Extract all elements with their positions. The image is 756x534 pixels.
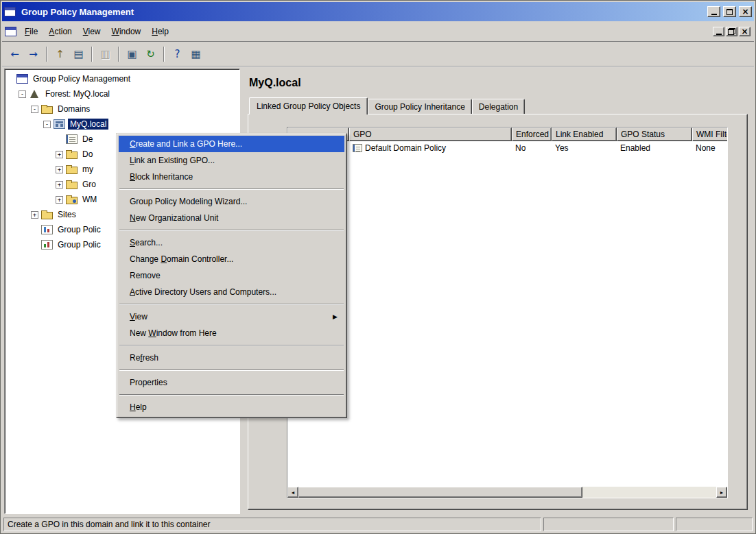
refresh-icon[interactable]: ↻ — [142, 45, 159, 62]
column-header-link-enabled[interactable]: Link Enabled — [552, 128, 617, 141]
domain-icon — [54, 119, 65, 129]
context-menu-item-new-window-from-here[interactable]: New Window from Here — [119, 325, 344, 341]
context-menu-item-search[interactable]: Search... — [119, 234, 344, 251]
cell-gpo-status: Enabled — [617, 143, 692, 153]
details-pane-icon[interactable]: ▦ — [187, 45, 204, 62]
expand-icon[interactable]: + — [56, 151, 63, 158]
tree-node-label: Group Polic — [56, 224, 103, 235]
column-header-enforced[interactable]: Enforced — [512, 128, 552, 141]
tree-node-domains[interactable]: -Domains — [5, 101, 239, 117]
maximize-button[interactable] — [723, 6, 736, 17]
export-list-icon[interactable]: ▥ — [97, 45, 114, 62]
properties-icon[interactable]: ▣ — [123, 45, 141, 62]
cell-link-enabled: Yes — [552, 143, 617, 153]
context-menu-item-properties[interactable]: Properties — [119, 374, 344, 391]
expand-icon[interactable]: + — [56, 181, 63, 189]
maximize-icon — [727, 9, 733, 15]
restore-icon — [728, 28, 735, 35]
menu-view[interactable]: View — [78, 23, 106, 40]
column-header-gpo-status[interactable]: GPO Status — [617, 128, 692, 141]
tab-group-policy-inheritance[interactable]: Group Policy Inheritance — [368, 99, 471, 114]
tree-node-group-policy-management[interactable]: Group Policy Management — [5, 71, 239, 86]
cell-enforced: No — [512, 143, 552, 153]
toolbar: ←→↑▤▥▣↻?▦ — [2, 42, 754, 66]
collapse-icon[interactable]: - — [19, 90, 26, 98]
tree-node-label: Domains — [56, 104, 92, 114]
expand-icon[interactable]: + — [56, 166, 63, 173]
tree-node-label: my — [80, 164, 95, 175]
column-header-gpo[interactable]: GPO — [349, 128, 512, 141]
hscroll-thumb[interactable] — [298, 487, 582, 498]
help-icon[interactable]: ? — [169, 45, 186, 62]
folder-icon — [66, 151, 78, 159]
context-menu-item-group-policy-modeling-wizard[interactable]: Group Policy Modeling Wizard... — [119, 193, 344, 210]
context-menu-item-change-domain-controller[interactable]: Change Domain Controller... — [119, 251, 344, 267]
menu-help[interactable]: Help — [146, 23, 174, 40]
main-area: Group Policy Management-Forest: MyQ.loca… — [2, 66, 754, 516]
context-menu-item-link-an-existing-gpo[interactable]: Link an Existing GPO... — [119, 152, 344, 169]
tree-node-label: Gro — [80, 179, 98, 190]
show-console-tree-icon[interactable]: ▤ — [70, 45, 87, 62]
menu-file[interactable]: File — [19, 23, 43, 40]
wmi-icon — [66, 197, 78, 204]
tree-node-label: Group Policy Management — [31, 73, 132, 84]
column-label: Enforced — [516, 130, 549, 139]
context-menu-item-create-and-link-a-gpo-here[interactable]: Create and Link a GPO Here... — [119, 136, 344, 152]
table-row[interactable]: Default Domain PolicyNoYesEnabledNone — [287, 141, 727, 154]
horizontal-scrollbar[interactable]: ◄ ► — [287, 487, 727, 498]
tab-strip: Linked Group Policy ObjectsGroup Policy … — [248, 97, 748, 114]
close-button[interactable]: × — [739, 6, 752, 17]
console-window-icon — [5, 27, 16, 36]
toolbar-separator — [163, 47, 165, 62]
up-one-level-icon[interactable]: ↑ — [51, 45, 69, 62]
context-menu-item-block-inheritance[interactable]: Block Inheritance — [119, 169, 344, 185]
column-label: WMI Filter — [696, 130, 727, 139]
expand-icon[interactable]: + — [31, 211, 38, 219]
context-menu-item-new-organizational-unit[interactable]: New Organizational Unit — [119, 210, 344, 226]
hscroll-left-button[interactable]: ◄ — [287, 487, 298, 498]
context-menu-item-refresh[interactable]: Refresh — [119, 350, 344, 366]
tree-node-label: De — [80, 134, 95, 145]
menu-separator — [119, 189, 344, 190]
tree-node-label: MyQ.local — [68, 119, 108, 130]
results-icon — [41, 240, 53, 250]
child-close-button[interactable]: × — [739, 27, 751, 36]
menu-separator — [119, 304, 344, 305]
context-menu-item-help[interactable]: Help — [119, 399, 344, 415]
status-panel — [676, 518, 753, 531]
gpo-list: ▲GPOEnforcedLink EnabledGPO StatusWMI Fi… — [287, 127, 728, 498]
context-menu-item-view[interactable]: View▶ — [119, 308, 344, 325]
context-menu-item-remove[interactable]: Remove — [119, 267, 344, 284]
forward-icon[interactable]: → — [25, 45, 42, 62]
status-message: Create a GPO in this domain and link it … — [3, 518, 541, 531]
child-minimize-button[interactable] — [713, 27, 724, 36]
close-icon: × — [742, 8, 748, 16]
menu-window[interactable]: Window — [106, 23, 147, 40]
modeling-icon — [41, 225, 53, 234]
expand-icon[interactable]: + — [56, 196, 63, 204]
child-restore-button[interactable] — [726, 27, 737, 36]
title-bar: Group Policy Management × — [2, 2, 754, 21]
tree-node-label: Forest: MyQ.local — [43, 88, 112, 99]
table-body: Default Domain PolicyNoYesEnabledNone — [287, 141, 727, 487]
collapse-icon[interactable]: - — [43, 121, 51, 128]
hscroll-track[interactable] — [298, 487, 716, 498]
cell-gpo: Default Domain Policy — [349, 143, 512, 153]
menu-bar: FileActionViewWindowHelp × — [2, 21, 754, 42]
tree-node-myq-local[interactable]: -MyQ.local — [5, 117, 239, 132]
menu-action[interactable]: Action — [43, 23, 77, 40]
hscroll-right-button[interactable]: ► — [716, 487, 727, 498]
toolbar-separator — [118, 47, 119, 62]
minimize-button[interactable] — [707, 6, 720, 17]
collapse-icon[interactable]: - — [31, 106, 38, 113]
tab-linked-group-policy-objects[interactable]: Linked Group Policy Objects — [249, 97, 368, 114]
back-icon[interactable]: ← — [6, 45, 23, 62]
tab-delegation[interactable]: Delegation — [472, 99, 525, 114]
context-menu-item-active-directory-users-and-computers[interactable]: Active Directory Users and Computers... — [119, 284, 344, 300]
tree-node-forest-myq-local[interactable]: -Forest: MyQ.local — [5, 86, 239, 101]
column-header-wmi-filter[interactable]: WMI Filter — [692, 128, 727, 141]
menu-separator — [119, 394, 344, 396]
folder-icon — [66, 167, 78, 174]
gpo-icon — [353, 144, 362, 152]
app-icon — [4, 7, 16, 16]
